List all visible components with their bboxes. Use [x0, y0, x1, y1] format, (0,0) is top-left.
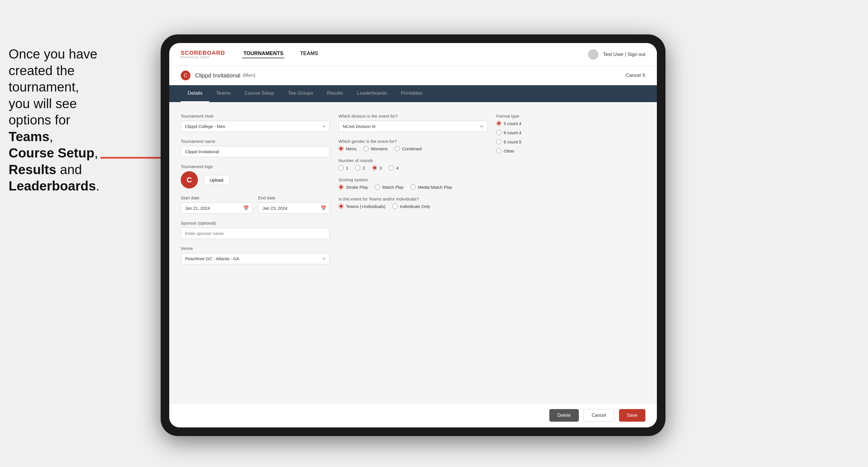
form-right-column: Format type 5 count 4 6 count 4	[496, 114, 645, 271]
host-label: Tournament Host	[181, 114, 330, 119]
end-date-input[interactable]	[258, 203, 330, 214]
nav-item-teams[interactable]: TEAMS	[299, 51, 319, 58]
gender-combined-radio[interactable]	[395, 146, 400, 151]
gender-womens-radio[interactable]	[364, 146, 369, 151]
tournament-back-button[interactable]: C	[181, 70, 190, 80]
scoring-medal-match-option[interactable]: Medal Match Play	[410, 184, 452, 190]
division-label: Which division is the event for?	[339, 114, 488, 119]
tournament-cancel-button[interactable]: Cancel X	[626, 72, 645, 78]
logo-upload-area: C Upload	[181, 171, 330, 188]
tournament-subtitle: (Men)	[243, 72, 255, 78]
cancel-button[interactable]: Cancel	[584, 409, 614, 422]
scoring-match-option[interactable]: Match Play	[375, 184, 404, 190]
rounds-3-radio[interactable]	[372, 165, 377, 170]
rounds-4-radio[interactable]	[389, 165, 394, 170]
save-button[interactable]: Save	[619, 409, 645, 422]
teams-label: Is this event for Teams and/or Individua…	[339, 196, 488, 201]
delete-button[interactable]: Delete	[549, 409, 579, 422]
gender-label: Which gender is the event for?	[339, 139, 488, 144]
rounds-4-label: 4	[396, 165, 398, 170]
teams-group: Is this event for Teams and/or Individua…	[339, 196, 488, 209]
rounds-3-label: 3	[379, 165, 382, 170]
format-label: Format type	[496, 114, 645, 119]
rounds-4-option[interactable]: 4	[389, 165, 398, 170]
nav-right: Test User | Sign out	[588, 49, 645, 60]
teams-plus-individuals-option[interactable]: Teams (+Individuals)	[339, 204, 385, 209]
gender-mens-label: Mens	[346, 146, 356, 151]
rounds-3-option[interactable]: 3	[372, 165, 382, 170]
individuals-only-option[interactable]: Individuals Only	[393, 204, 430, 209]
gender-mens-option[interactable]: Mens	[339, 146, 356, 151]
gender-combined-option[interactable]: Combined	[395, 146, 422, 151]
end-date-wrapper: 📅	[258, 203, 330, 214]
scoring-stroke-label: Stroke Play	[346, 185, 368, 190]
format-other-radio[interactable]	[496, 148, 501, 153]
tab-results[interactable]: Results	[320, 85, 350, 102]
rounds-label: Number of rounds	[339, 158, 488, 163]
scoring-medal-match-radio[interactable]	[410, 184, 416, 190]
format-5count4-option[interactable]: 5 count 4	[496, 121, 645, 126]
scoring-match-radio[interactable]	[375, 184, 380, 190]
name-input[interactable]	[181, 146, 330, 157]
rounds-2-label: 2	[363, 165, 365, 170]
tab-course-setup[interactable]: Course Setup	[238, 85, 281, 102]
user-avatar	[588, 49, 598, 60]
start-date-group: Start date 📅	[181, 195, 252, 214]
venue-label: Venue	[181, 246, 330, 251]
upload-button[interactable]: Upload	[204, 175, 229, 185]
venue-group: Venue Peachtree GC - Atlanta - GA	[181, 246, 330, 264]
end-date-icon: 📅	[321, 206, 327, 211]
top-nav: SCOREBOARD Powered by clippd TOURNAMENTS…	[169, 43, 657, 66]
gender-mens-radio[interactable]	[339, 146, 344, 151]
format-5count4-radio[interactable]	[496, 121, 501, 126]
start-date-input[interactable]	[181, 203, 252, 214]
format-other-label: Other	[504, 149, 515, 153]
scoring-stroke-radio[interactable]	[339, 184, 344, 190]
format-6count4-label: 6 count 4	[504, 130, 522, 135]
format-other-option[interactable]: Other	[496, 148, 645, 153]
host-select[interactable]: Clippd College - Men	[181, 121, 330, 132]
scoring-stroke-option[interactable]: Stroke Play	[339, 184, 368, 190]
sponsor-group: Sponsor (optional)	[181, 221, 330, 239]
tab-tee-groups[interactable]: Tee Groups	[281, 85, 320, 102]
logo-preview: C	[181, 171, 198, 188]
division-group: Which division is the event for? NCAA Di…	[339, 114, 488, 132]
nav-item-tournaments[interactable]: TOURNAMENTS	[242, 51, 284, 58]
format-6count5-radio[interactable]	[496, 139, 501, 144]
venue-select[interactable]: Peachtree GC - Atlanta - GA	[181, 253, 330, 264]
bottom-bar: Delete Cancel Save	[169, 403, 657, 428]
form-grid: Tournament Host Clippd College - Men Tou…	[181, 114, 645, 271]
tab-printables[interactable]: Printables	[394, 85, 430, 102]
format-5count4-label: 5 count 4	[504, 121, 522, 126]
logo-text: SCOREBOARD	[181, 50, 225, 56]
format-6count4-option[interactable]: 6 count 4	[496, 130, 645, 135]
sponsor-label: Sponsor (optional)	[181, 221, 330, 225]
tab-details[interactable]: Details	[181, 85, 209, 102]
tab-teams[interactable]: Teams	[209, 85, 238, 102]
start-date-icon: 📅	[243, 206, 249, 211]
format-options: 5 count 4 6 count 4 6 count 5	[496, 121, 645, 153]
division-select[interactable]: NCAA Division III	[339, 121, 488, 132]
end-date-label: End date	[258, 195, 330, 200]
rounds-radio-group: 1 2 3 4	[339, 165, 488, 170]
sponsor-input[interactable]	[181, 228, 330, 239]
rounds-2-radio[interactable]	[355, 165, 360, 170]
individuals-only-label: Individuals Only	[400, 204, 430, 209]
scoring-group: Scoring system Stroke Play Match Play	[339, 177, 488, 190]
individuals-only-radio[interactable]	[393, 204, 398, 209]
rounds-1-option[interactable]: 1	[339, 165, 348, 170]
teams-plus-radio[interactable]	[339, 204, 344, 209]
instruction-text: Once you have created the tournament, yo…	[0, 40, 126, 200]
format-6count5-option[interactable]: 6 count 5	[496, 139, 645, 144]
rounds-2-option[interactable]: 2	[355, 165, 365, 170]
gender-womens-option[interactable]: Womens	[364, 146, 388, 151]
tabs-bar: Details Teams Course Setup Tee Groups Re…	[169, 85, 657, 102]
gender-womens-label: Womens	[371, 146, 388, 151]
user-link[interactable]: Test User | Sign out	[603, 52, 645, 57]
format-6count4-radio[interactable]	[496, 130, 501, 135]
tab-leaderboards[interactable]: Leaderboards	[350, 85, 394, 102]
teams-radio-group: Teams (+Individuals) Individuals Only	[339, 204, 488, 209]
scoring-label: Scoring system	[339, 177, 488, 182]
tournament-header: C Clippd Invitational (Men) Cancel X	[169, 66, 657, 85]
rounds-1-radio[interactable]	[339, 165, 344, 170]
